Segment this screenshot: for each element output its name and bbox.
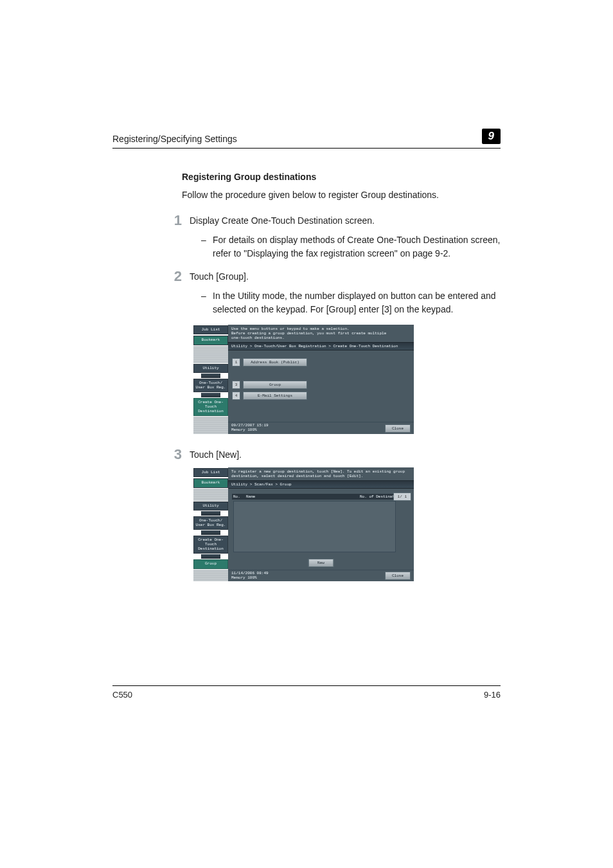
chevron-down-icon	[201, 530, 220, 535]
header-rule	[112, 148, 501, 149]
bullet-dash: –	[201, 233, 213, 260]
sidebar-bookmark[interactable]: Bookmark	[193, 478, 228, 488]
group-button[interactable]: Group	[243, 381, 307, 389]
section-title: Registering/Specifying Settings	[112, 134, 237, 144]
step-number-1: 1	[156, 213, 190, 228]
panel2-footer-text: 11/14/2006 08:49 Memory 100%	[231, 572, 385, 580]
sidebar-create-onetouch[interactable]: Create One-Touch Destination	[193, 536, 228, 554]
chevron-down-icon	[201, 393, 220, 397]
step1-bullet: For details on display methods of Create…	[213, 233, 501, 260]
sidebar-onetouch[interactable]: One-Touch/ User Box Reg.	[193, 379, 228, 392]
panel2-message: To register a new group destination, tou…	[228, 467, 414, 480]
step-text-3: Touch [New].	[190, 447, 501, 462]
close-button[interactable]: Close	[385, 572, 411, 580]
col-name: Name	[246, 494, 360, 499]
panel1-footer-text: 09/27/2007 15:19 Memory 100%	[231, 424, 385, 432]
printer-panel-1: Job List Bookmark Utility One-Touch/ Use…	[193, 325, 414, 434]
new-button[interactable]: New	[308, 559, 334, 567]
step-text-1: Display Create One-Touch Destination scr…	[190, 213, 501, 228]
sidebar-utility[interactable]: Utility	[193, 364, 228, 374]
panel1-message: Use the menu buttons or keypad to make a…	[228, 325, 414, 343]
intro-paragraph: Follow the procedure given below to regi…	[182, 188, 501, 201]
table-body-empty	[233, 501, 396, 552]
page-number: 9-16	[484, 690, 501, 700]
close-button[interactable]: Close	[385, 424, 411, 433]
step2-bullet: In the Utility mode, the number displaye…	[213, 289, 501, 316]
sidebar-utility[interactable]: Utility	[193, 502, 228, 511]
subsection-heading: Registering Group destinations	[182, 172, 501, 182]
step-number-3: 3	[156, 447, 190, 462]
sidebar-bookmark[interactable]: Bookmark	[193, 336, 228, 345]
sidebar-job-list[interactable]: Job List	[193, 468, 228, 478]
col-no: No.	[233, 494, 246, 499]
option-number-1: 1	[232, 358, 240, 366]
sidebar-group[interactable]: Group	[193, 559, 228, 569]
chapter-number: 9	[482, 129, 501, 144]
chevron-down-icon	[201, 374, 220, 378]
step-number-2: 2	[156, 269, 190, 284]
panel2-breadcrumb: Utility > Scan/Fax > Group	[228, 480, 414, 489]
sidebar-onetouch[interactable]: One-Touch/ User Box Reg.	[193, 516, 228, 530]
model-label: C550	[112, 690, 132, 700]
pager: 1/ 1	[393, 493, 411, 501]
sidebar-create-onetouch[interactable]: Create One-Touch Destination	[193, 398, 228, 416]
step-text-2: Touch [Group].	[190, 269, 501, 284]
footer-rule	[112, 685, 501, 686]
address-book-button[interactable]: Address Book (Public)	[243, 358, 307, 366]
table-header: No. Name No. of Destinations	[232, 494, 410, 500]
printer-panel-2: Job List Bookmark Utility One-Touch/ Use…	[193, 467, 414, 582]
bullet-dash: –	[201, 289, 213, 316]
email-settings-button[interactable]: E-Mail Settings	[243, 392, 307, 400]
chevron-down-icon	[201, 554, 220, 559]
option-number-3: 3	[232, 381, 240, 389]
panel1-breadcrumb: Utility > One-Touch/User Box Registratio…	[228, 342, 414, 350]
option-number-4: 4	[232, 392, 240, 400]
chevron-down-icon	[201, 511, 220, 516]
sidebar-job-list[interactable]: Job List	[193, 325, 228, 335]
